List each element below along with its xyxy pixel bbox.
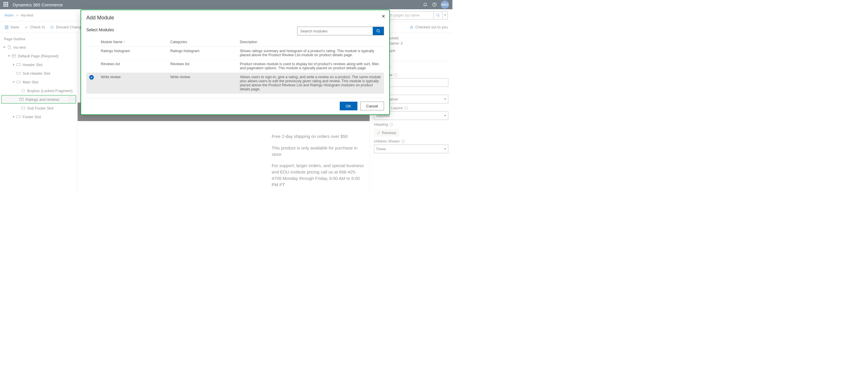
heading-chip[interactable]: Reviews: [374, 129, 399, 137]
slot-icon: [16, 116, 21, 118]
svg-point-2: [437, 14, 439, 16]
modules-table: Module Name↑ Categories Description Rati…: [86, 38, 384, 94]
save-label: Save: [10, 25, 19, 29]
module-category-cell: Ratings histogram: [167, 47, 237, 60]
info-icon[interactable]: i: [401, 140, 405, 143]
shipping-text: Free 2-day shipping on orders over $50: [272, 133, 364, 140]
layout-icon: [11, 55, 16, 57]
breadcrumb-root[interactable]: fedev: [5, 13, 14, 18]
svg-rect-8: [17, 72, 21, 74]
tree-item-more-button[interactable]: ⋯: [68, 96, 74, 102]
module-row[interactable]: Ratings histogramRatings histogramShows …: [86, 47, 384, 60]
module-name-cell: Write review: [98, 73, 167, 94]
svg-point-13: [377, 30, 379, 32]
tree-default-page[interactable]: Default Page (Required): [1, 52, 76, 60]
brand-name: Dynamics 365 Commerce: [13, 2, 63, 7]
tree-sub-footer-slot[interactable]: Sub Footer Slot: [1, 104, 76, 112]
svg-rect-5: [410, 27, 412, 28]
checked-out-status: Checked out to you: [409, 25, 448, 29]
page-outline-title: Page Outline: [1, 35, 76, 43]
slot-icon: [16, 81, 21, 83]
product-copy: Free 2-day shipping on orders over $50 T…: [272, 133, 364, 192]
page-icon: [7, 45, 11, 49]
add-module-dialog: Add Module ✕ Select Modules Module Name↑…: [81, 9, 390, 115]
svg-rect-6: [12, 55, 16, 57]
module-row[interactable]: Write reviewWrite reviewAllows users to …: [86, 73, 384, 94]
module-search-input[interactable]: [298, 27, 373, 35]
sort-asc-icon: ↑: [124, 40, 125, 44]
tree-sub-header-slot[interactable]: Sub Header Slot: [1, 69, 76, 78]
svg-rect-11: [22, 107, 25, 109]
edit-icon: [377, 131, 380, 135]
selected-check-icon: [89, 75, 94, 80]
dialog-subtitle: Select Modules: [86, 28, 114, 32]
info-icon[interactable]: i: [390, 123, 393, 126]
breadcrumb-separator: >: [16, 13, 19, 18]
notifications-icon[interactable]: [421, 0, 430, 9]
col-description[interactable]: Description: [237, 38, 384, 47]
children-shown-label: children Showni: [374, 139, 448, 143]
module-search: [297, 27, 384, 35]
module-name-cell: Reviews list: [98, 60, 167, 73]
container-icon: [19, 98, 24, 101]
dialog-close-button[interactable]: ✕: [381, 13, 385, 19]
info-icon[interactable]: i: [394, 73, 398, 77]
slot-icon: [21, 107, 26, 109]
module-name-cell: Ratings histogram: [98, 47, 167, 60]
slot-icon: [16, 72, 21, 74]
module-description-cell: Shows ratings summary and histogram of a…: [237, 47, 384, 60]
user-avatar[interactable]: MRG: [441, 1, 449, 9]
tree-ratings-reviews[interactable]: Ratings and reviews ⋯: [1, 95, 76, 104]
svg-rect-12: [17, 116, 21, 118]
children-shown-select[interactable]: Three: [374, 145, 448, 153]
top-bar: Dynamics 365 Commerce MRG: [0, 0, 453, 9]
dialog-title: Add Module: [86, 15, 384, 21]
fragment-icon: [21, 89, 26, 92]
save-button[interactable]: Save: [5, 25, 19, 29]
module-description-cell: Allows users to sign-in, give a rating, …: [237, 73, 384, 94]
tree-footer-slot[interactable]: Footer Slot: [1, 112, 76, 121]
heading-label: Headingi: [374, 122, 448, 127]
tree-root[interactable]: mo-test: [1, 43, 76, 52]
info-icon[interactable]: i: [404, 106, 408, 110]
page-search-dropdown[interactable]: [442, 11, 447, 19]
checkin-label: Check In: [30, 25, 45, 29]
waffle-icon[interactable]: [3, 2, 9, 7]
breadcrumb-current[interactable]: mo-test: [21, 13, 33, 18]
page-search-button[interactable]: [434, 11, 442, 19]
support-text: For support, larger orders, and special …: [272, 162, 364, 188]
module-search-button[interactable]: [373, 27, 384, 35]
cancel-button[interactable]: Cancel: [360, 102, 384, 110]
col-categories[interactable]: Categories: [167, 38, 237, 47]
help-icon[interactable]: [430, 0, 439, 9]
module-category-cell: Reviews list: [167, 60, 237, 73]
tree-buybox[interactable]: Buybox (Locked Fragment): [1, 86, 76, 95]
availability-text: This product is only available for purch…: [272, 145, 364, 158]
module-description-cell: Product reviews module is used to displa…: [237, 60, 384, 73]
svg-rect-3: [5, 26, 8, 29]
svg-point-1: [434, 5, 435, 6]
module-row[interactable]: Reviews listReviews listProduct reviews …: [86, 60, 384, 73]
lock-icon: [409, 25, 413, 29]
tree-main-slot[interactable]: Main Slot: [1, 78, 76, 86]
page-outline-panel: Page Outline mo-test Default Page (Requi…: [0, 33, 78, 192]
svg-rect-4: [6, 27, 7, 28]
tree-header-slot[interactable]: Header Slot: [1, 60, 76, 69]
svg-rect-7: [17, 64, 21, 66]
slot-icon: [16, 63, 21, 66]
module-category-cell: Write review: [167, 73, 237, 94]
ok-button[interactable]: OK: [340, 102, 358, 110]
svg-rect-9: [17, 81, 21, 83]
checkin-button[interactable]: Check In: [24, 25, 45, 29]
discard-button[interactable]: Discard Changes: [50, 25, 85, 29]
col-module-name[interactable]: Module Name↑: [98, 38, 167, 47]
